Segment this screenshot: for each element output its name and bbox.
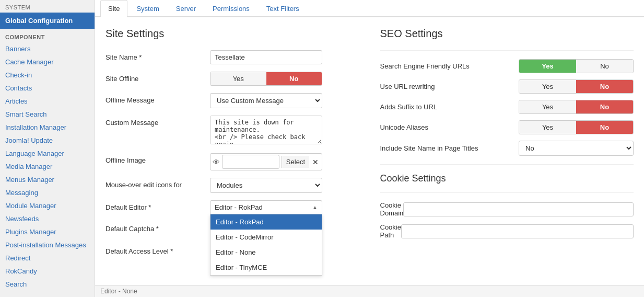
cookie-path-label: Cookie Path <box>380 223 401 239</box>
sidebar-item-cache-manager[interactable]: Cache Manager <box>0 55 95 68</box>
offline-image-wrap: 👁 Select ✕ <box>210 153 359 170</box>
editor-option-rokpad[interactable]: Editor - RokPad <box>210 214 322 230</box>
sef-urls-toggle: Yes No <box>519 59 634 73</box>
default-editor-wrap: Editor - RokPad ▲ Editor - RokPad Editor… <box>210 200 359 214</box>
suffix-no-btn[interactable]: No <box>576 100 633 113</box>
site-offline-label: Site Offline <box>106 72 210 83</box>
tab-site[interactable]: Site <box>100 0 127 17</box>
suffix-url-label: Adds Suffix to URL <box>380 103 519 111</box>
sef-urls-group: Search Engine Friendly URLs Yes No <box>380 59 634 73</box>
site-name-label: Site Name * <box>106 50 210 61</box>
sidebar-item-articles[interactable]: Articles <box>0 95 95 108</box>
tab-server[interactable]: Server <box>168 0 204 17</box>
url-rewriting-group: Use URL rewriting Yes No <box>380 79 634 94</box>
site-offline-yes-btn[interactable]: Yes <box>210 72 266 85</box>
sidebar-item-check-in[interactable]: Check-in <box>0 68 95 82</box>
site-name-group: Site Name * <box>106 50 359 64</box>
mouse-over-wrap: Modules <box>210 178 359 193</box>
seo-divider <box>380 50 634 51</box>
mouse-over-group: Mouse-over edit icons for Modules <box>106 178 359 193</box>
tab-system[interactable]: System <box>128 0 167 17</box>
sidebar-item-module-manager[interactable]: Module Manager <box>0 199 95 212</box>
cookie-divider2 <box>380 192 634 193</box>
tab-permissions[interactable]: Permissions <box>205 0 257 17</box>
sidebar-item-media-manager[interactable]: Media Manager <box>0 160 95 173</box>
default-access-label: Default Access Level * <box>106 244 210 255</box>
site-name-input[interactable] <box>210 50 322 64</box>
cookie-domain-label: Cookie Domain <box>380 201 404 217</box>
offline-image-clear-btn[interactable]: ✕ <box>311 158 320 166</box>
offline-image-input[interactable] <box>222 155 279 169</box>
editor-status-label: Editor - None <box>100 288 137 295</box>
sidebar-item-menus-manager[interactable]: Menus Manager <box>0 173 95 186</box>
site-offline-group: Site Offline Yes No <box>106 72 359 86</box>
custom-message-group: Custom Message This site is down for mai… <box>106 116 359 146</box>
editor-dropdown-header[interactable]: Editor - RokPad ▲ <box>210 200 322 214</box>
editor-option-tinymce[interactable]: Editor - TinyMCE <box>210 260 322 275</box>
tabs-bar: Site System Server Permissions Text Filt… <box>95 0 644 17</box>
default-editor-label: Default Editor * <box>106 200 210 211</box>
sidebar-item-post-installation[interactable]: Post-installation Messages <box>0 238 95 252</box>
url-rewrite-yes-btn[interactable]: Yes <box>519 80 576 93</box>
status-bar: Editor - None <box>95 285 644 297</box>
sef-yes-btn[interactable]: Yes <box>519 60 576 73</box>
unicode-yes-btn[interactable]: Yes <box>519 121 576 134</box>
sidebar-item-joomla-update[interactable]: Joomla! Update <box>0 134 95 147</box>
system-label: SYSTEM <box>0 0 95 13</box>
sidebar-item-messaging[interactable]: Messaging <box>0 186 95 199</box>
custom-message-textarea[interactable]: This site is down for maintenance. <br /… <box>210 116 322 144</box>
global-config-item[interactable]: Global Configuration <box>0 13 95 29</box>
site-settings-title: Site Settings <box>106 28 359 40</box>
sidebar-item-rokcandy[interactable]: RokCandy <box>0 265 95 278</box>
url-rewriting-label: Use URL rewriting <box>380 83 519 90</box>
mouse-over-select[interactable]: Modules <box>210 178 322 193</box>
sidebar-item-smart-search[interactable]: Smart Search <box>0 108 95 121</box>
suffix-url-group: Adds Suffix to URL Yes No <box>380 100 634 114</box>
eye-icon[interactable]: 👁 <box>213 158 220 166</box>
sidebar-item-contacts[interactable]: Contacts <box>0 82 95 95</box>
site-offline-no-btn[interactable]: No <box>266 72 322 85</box>
site-name-page-group: Include Site Name in Page Titles No <box>380 141 634 156</box>
site-name-page-select[interactable]: No <box>519 141 634 156</box>
custom-message-label: Custom Message <box>106 116 210 127</box>
editor-dropdown: Editor - RokPad ▲ Editor - RokPad Editor… <box>210 200 322 214</box>
offline-image-row: 👁 Select ✕ <box>210 153 322 170</box>
mouse-over-label: Mouse-over edit icons for <box>106 178 210 189</box>
site-name-page-label: Include Site Name in Page Titles <box>380 144 519 152</box>
editor-dropdown-value: Editor - RokPad <box>215 203 312 211</box>
site-offline-toggle: Yes No <box>210 72 322 86</box>
tab-text-filters[interactable]: Text Filters <box>259 0 307 17</box>
cookie-domain-group: Cookie Domain <box>380 201 634 217</box>
sidebar-item-installation-manager[interactable]: Installation Manager <box>0 121 95 134</box>
editor-option-none[interactable]: Editor - None <box>210 245 322 260</box>
offline-image-group: Offline Image 👁 Select ✕ <box>106 153 359 170</box>
sidebar-item-redirect[interactable]: Redirect <box>0 252 95 265</box>
sidebar-item-newsfeeds[interactable]: Newsfeeds <box>0 212 95 225</box>
url-rewrite-no-btn[interactable]: No <box>576 80 633 93</box>
unicode-no-btn[interactable]: No <box>576 121 633 134</box>
suffix-yes-btn[interactable]: Yes <box>519 100 576 113</box>
sidebar-item-language-manager[interactable]: Language Manager <box>0 147 95 160</box>
sidebar-item-plugins-manager[interactable]: Plugins Manager <box>0 225 95 238</box>
cookie-domain-input[interactable] <box>403 202 634 216</box>
cookie-path-input[interactable] <box>401 224 634 238</box>
unicode-label: Unicode Aliases <box>380 123 519 131</box>
sidebar-item-banners[interactable]: Banners <box>0 42 95 55</box>
default-editor-group: Default Editor * Editor - RokPad ▲ Edito… <box>106 200 359 214</box>
offline-message-select[interactable]: Use Custom Message <box>210 93 322 108</box>
default-captcha-label: Default Captcha * <box>106 222 210 233</box>
suffix-toggle: Yes No <box>519 100 634 114</box>
site-settings-panel: Site Settings Site Name * Site Offline Y… <box>106 28 359 275</box>
offline-message-group: Offline Message Use Custom Message <box>106 93 359 108</box>
cookie-settings-title: Cookie Settings <box>380 173 634 184</box>
content-area: Site Settings Site Name * Site Offline Y… <box>95 17 644 285</box>
editor-option-codemirror[interactable]: Editor - CodeMirror <box>210 230 322 245</box>
site-name-wrap <box>210 50 359 64</box>
sidebar: SYSTEM Global Configuration COMPONENT Ba… <box>0 0 95 297</box>
cookie-path-group: Cookie Path <box>380 223 634 239</box>
sef-no-btn[interactable]: No <box>576 60 633 73</box>
offline-message-wrap: Use Custom Message <box>210 93 359 108</box>
offline-image-select-btn[interactable]: Select <box>282 156 309 168</box>
sidebar-item-search[interactable]: Search <box>0 278 95 291</box>
seo-settings-title: SEO Settings <box>380 28 634 40</box>
